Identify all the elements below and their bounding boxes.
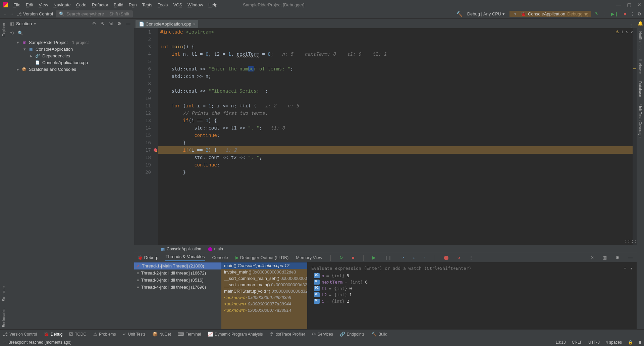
frame-row[interactable]: __scrt_common_main_seh() 0x0000000000d32… — [221, 275, 307, 282]
tree-root[interactable]: ▾▣ SampleRiderProject · 1 project — [7, 39, 134, 46]
settings-icon[interactable]: ⚙ — [637, 11, 641, 16]
frame-row[interactable]: <unknown> 0x0000000077a38944 — [221, 301, 307, 307]
frame-row[interactable]: __scrt_common_main() 0x0000000000d32acd — [221, 282, 307, 288]
markbar[interactable]: ⛶⛶⛶ — [633, 28, 637, 245]
close-tab-icon[interactable]: × — [193, 22, 196, 27]
thread-row[interactable]: ≡Thread-3-[ntdll.dll thread] (8516) — [134, 277, 221, 284]
editor-gutter[interactable]: 1 2 3 4 5 6 7 8 9 10 11 12 13 14 15 16 1… — [134, 28, 158, 245]
indent-setting[interactable]: 4 spaces — [606, 340, 622, 345]
minimize-debug-icon[interactable]: — — [627, 255, 634, 260]
expand-all-icon[interactable]: ⇱ — [100, 21, 105, 26]
menu-window[interactable]: Window — [187, 2, 203, 7]
debug-tab-output[interactable]: ▶ Debugger Output (LLDB) — [235, 255, 289, 260]
nav-forward-icon[interactable]: → — [10, 11, 14, 16]
editor-area[interactable]: ⚠ 1 ∧ ∨ 1 2 3 4 5 6 7 8 9 10 11 12 13 14… — [134, 28, 637, 245]
more-actions-icon[interactable]: ⋮ — [630, 11, 635, 16]
rerun-debug-icon[interactable]: ↻ — [338, 255, 344, 260]
version-control-button[interactable]: ⎇ Version Control — [17, 11, 53, 16]
breadcrumb-project[interactable]: ▦ConsoleApplication — [161, 247, 201, 251]
editor-inspection-status[interactable]: ⚠ 1 ∧ ∨ — [615, 30, 633, 35]
frame-row[interactable]: mainCRTStartup(void *) 0x0000000000d32e6… — [221, 288, 307, 294]
bottom-debug[interactable]: 🐞Debug — [44, 332, 62, 337]
debug-settings-icon[interactable]: ⚙ — [614, 255, 621, 260]
resume-icon[interactable]: ▶❙ — [610, 11, 620, 16]
editor-tab[interactable]: 📄 ConsoleApplication.cpp × — [136, 20, 198, 28]
evaluate-expression-input[interactable]: Evaluate expression (Enter) or add a wat… — [307, 264, 637, 273]
frame-row[interactable]: <unknown> 0x0000000076826359 — [221, 294, 307, 301]
bottom-tests[interactable]: ✓Unit Tests — [123, 332, 146, 337]
maximize-icon[interactable]: ▢ — [627, 2, 631, 7]
menu-tools[interactable]: Tools — [158, 2, 168, 7]
coverage-tab[interactable]: Unit Tests Coverage — [638, 102, 642, 140]
bottom-build[interactable]: 🔨Build — [371, 332, 387, 337]
minimize-panel-icon[interactable]: — — [125, 21, 131, 26]
run-config-dropdown[interactable]: Debug | Any CPU ▾ — [465, 11, 507, 16]
menu-file[interactable]: File — [13, 2, 20, 7]
tree-dependencies[interactable]: ▸🔗 Dependencies — [7, 52, 134, 59]
menu-code[interactable]: Code — [76, 2, 87, 7]
add-watch-icon[interactable]: ＋ — [623, 265, 627, 271]
thread-row[interactable]: ≡Thread-2-[ntdll.dll thread] (16672) — [134, 269, 221, 277]
search-icon[interactable]: 🔍 — [18, 31, 23, 36]
notifications-tab[interactable]: Notifications — [638, 29, 642, 53]
locate-icon[interactable]: ⊕ — [91, 21, 97, 26]
menu-view[interactable]: View — [39, 2, 48, 7]
pause-debug-icon[interactable]: ❙❙ — [383, 255, 393, 260]
watch-dropdown-icon[interactable]: ▾ — [630, 266, 633, 271]
rerun-icon[interactable]: ↻ — [594, 11, 600, 16]
build-hammer-icon[interactable]: 🔨 — [456, 11, 463, 17]
menu-tests[interactable]: Tests — [142, 2, 152, 7]
variable-row[interactable]: 01nextTerm= {int}0 — [307, 279, 637, 285]
chevron-up-icon[interactable]: ∧ — [625, 30, 628, 35]
bell-icon[interactable]: 🔔 — [638, 21, 643, 26]
frame-row[interactable]: invoke_main() 0x0000000000d32de3 — [221, 269, 307, 275]
breakpoint-icon[interactable] — [154, 148, 157, 152]
bottom-nuget[interactable]: 📦NuGet — [152, 332, 171, 337]
step-out-icon[interactable]: ↑ — [422, 255, 427, 260]
memory-icon[interactable]: ▮ — [639, 340, 641, 345]
resume-debug-icon[interactable]: ▶ — [371, 255, 377, 260]
close-debug-icon[interactable]: ✕ — [589, 255, 595, 260]
lock-icon[interactable]: 🔒 — [628, 340, 633, 345]
il-viewer-tab[interactable]: IL Viewer — [638, 57, 642, 76]
debug-tab-console[interactable]: Console — [211, 255, 229, 260]
tree-source-file[interactable]: 📄 ConsoleApplication.cpp — [7, 59, 134, 66]
search-everywhere[interactable]: 🔍 Search everywhere Shift+Shift — [56, 10, 133, 17]
bottom-services[interactable]: ⚙Services — [312, 332, 333, 337]
breakpoints-icon[interactable]: ⬤ — [442, 255, 450, 260]
bottom-terminal[interactable]: ⌨Terminal — [178, 332, 201, 337]
sync-icon[interactable]: ⟲ — [10, 31, 14, 36]
variable-row[interactable]: 01n= {int}5 — [307, 273, 637, 279]
bottom-endpoints[interactable]: 🔗Endpoints — [340, 332, 365, 337]
debug-tab-threads[interactable]: Threads & Variables — [165, 254, 206, 261]
code-content[interactable]: #include <iostream> int main() { int n, … — [158, 28, 637, 245]
menu-navigate[interactable]: Navigate — [53, 2, 70, 7]
chevron-down-icon[interactable]: ▾ — [34, 21, 36, 26]
bookmarks-tab[interactable]: Bookmarks — [2, 307, 6, 329]
encoding[interactable]: UTF-8 — [588, 340, 600, 345]
breadcrumb-function[interactable]: ⬤main — [208, 247, 223, 251]
step-over-icon[interactable]: ⤻ — [399, 255, 406, 260]
bottom-todo[interactable]: ☑TODO — [69, 332, 86, 337]
variable-row[interactable]: 01t2= {int}1 — [307, 292, 637, 298]
menu-run[interactable]: Run — [129, 2, 137, 7]
minimize-icon[interactable]: — — [616, 2, 621, 7]
frame-row[interactable]: main() ConsoleApplication.cpp:17 — [221, 262, 307, 269]
debug-tab-memory[interactable]: Memory View — [295, 255, 323, 260]
gear-icon[interactable]: ⚙ — [116, 21, 122, 26]
bottom-dpa[interactable]: 📈Dynamic Program Analysis — [208, 332, 263, 337]
variable-row[interactable]: 01i= {int}2 — [307, 298, 637, 304]
thread-row[interactable]: ✔Thread-1-[Main Thread] (21800) — [134, 262, 221, 269]
line-separator[interactable]: CRLF — [572, 340, 582, 345]
thread-row[interactable]: ≡Thread-4-[ntdll.dll thread] (17696) — [134, 284, 221, 291]
explorer-tab[interactable]: Explorer — [2, 21, 6, 39]
tree-project[interactable]: ▾▦ ConsoleApplication — [7, 46, 134, 52]
database-tab[interactable]: Database — [638, 79, 642, 99]
layout-icon[interactable]: ▥ — [601, 255, 608, 260]
structure-tab[interactable]: Structure — [2, 284, 6, 303]
menu-edit[interactable]: Edit — [26, 2, 33, 7]
frame-row[interactable]: <unknown> 0x0000000077a38914 — [221, 307, 307, 313]
caret-position[interactable]: 13:13 — [556, 340, 566, 345]
menu-build[interactable]: Build — [114, 2, 123, 7]
variable-row[interactable]: 01t1= {int}0 — [307, 285, 637, 292]
